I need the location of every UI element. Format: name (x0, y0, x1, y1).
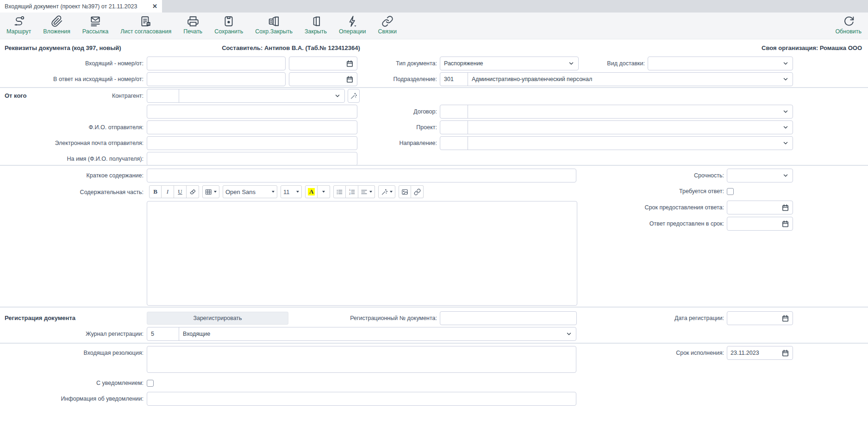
department-select[interactable]: Административно-управленческий персонал (468, 73, 793, 86)
toolbar-attachments-button[interactable]: Вложения (43, 15, 70, 35)
editor-wand-button[interactable] (378, 185, 395, 198)
caret-down-icon (369, 191, 372, 193)
separator (0, 87, 868, 88)
urgency-select[interactable] (727, 169, 793, 182)
calendar-icon (781, 220, 789, 228)
response-required-checkbox[interactable] (727, 188, 734, 195)
toolbar-links-button[interactable]: Связки (378, 15, 397, 35)
bold-button[interactable]: B (149, 185, 162, 198)
notification-info-input[interactable] (147, 392, 576, 406)
insert-image-button[interactable] (399, 185, 411, 198)
project-select[interactable] (468, 121, 793, 134)
toolbar-mailing-button[interactable]: Рассылка (82, 15, 108, 35)
calendar-icon (781, 314, 789, 322)
execution-due-date-input[interactable]: 23.11.2023 (727, 346, 793, 360)
font-family-select[interactable]: Open Sans (223, 185, 277, 198)
lightning-icon (346, 15, 358, 27)
table-button[interactable] (202, 185, 219, 198)
tab-bar: Входящий документ (проект №397) от 21.11… (0, 0, 868, 13)
contract-select[interactable] (468, 105, 793, 118)
separator (0, 165, 868, 166)
link-icon (414, 189, 421, 195)
response-due-date-input[interactable] (727, 201, 793, 214)
reply-outgoing-number-input[interactable] (147, 72, 286, 86)
department-label: Подразделение: (296, 72, 437, 86)
direction-select[interactable] (468, 137, 793, 150)
separator (0, 307, 868, 308)
incoming-number-label: Входящий - номер/от: (0, 57, 144, 70)
reg-number-input[interactable] (440, 311, 577, 325)
incoming-number-input[interactable] (147, 57, 286, 70)
counterparty-select[interactable] (179, 89, 344, 102)
response-on-time-label: Ответ предоставлен в срок: (585, 217, 724, 231)
italic-button[interactable]: I (162, 185, 174, 198)
align-icon (361, 189, 368, 195)
contract-label: Договор: (296, 105, 437, 119)
counterparty-wand-button[interactable] (348, 89, 360, 103)
delivery-type-select[interactable] (648, 57, 793, 70)
toolbar-refresh-button[interactable]: Обновить (835, 15, 862, 35)
numbered-list-button[interactable]: 12 (346, 185, 358, 198)
bullet-list-icon (336, 189, 343, 195)
counterparty-code-input[interactable] (147, 89, 179, 102)
table-icon (205, 189, 212, 195)
reply-outgoing-label: В ответ на исходящий - номер/от: (0, 72, 144, 86)
chevron-down-icon (566, 331, 572, 337)
toolbar-operations-button[interactable]: Операции (339, 15, 366, 35)
direction-code-input[interactable] (440, 137, 468, 150)
reg-date-input[interactable] (727, 311, 793, 325)
summary-input[interactable] (147, 169, 576, 182)
with-notification-label: С уведомлением: (0, 376, 144, 390)
project-label: Проект: (296, 120, 437, 134)
register-button[interactable]: Зарегистрировать (147, 312, 288, 325)
toolbar-label: Операции (339, 28, 366, 35)
align-button[interactable] (358, 185, 375, 198)
incoming-document-window: Входящий документ (проект №397) от 21.11… (0, 0, 868, 421)
approval-sheet-icon (140, 15, 152, 27)
response-on-time-date-input[interactable] (727, 217, 793, 231)
underline-button[interactable]: U (174, 185, 187, 198)
resolution-textarea[interactable] (147, 346, 576, 373)
toolbar-save-button[interactable]: Сохранить (214, 15, 243, 35)
summary-label: Краткое содержание: (0, 169, 144, 182)
font-size-select[interactable]: 11 (281, 185, 302, 198)
clear-format-button[interactable] (187, 185, 199, 198)
document-tab[interactable]: Входящий документ (проект №397) от 21.11… (0, 0, 162, 13)
tab-close-icon[interactable]: ✕ (152, 3, 157, 10)
door-icon (310, 15, 322, 27)
toolbar-label: Печать (183, 28, 202, 35)
contract-code-input[interactable] (440, 105, 468, 118)
envelope-icon (89, 15, 101, 27)
insert-link-button[interactable] (411, 185, 424, 198)
toolbar-close-button[interactable]: Закрыть (305, 15, 327, 35)
toolbar-save-close-button[interactable]: Сохр.Закрыть (255, 15, 293, 35)
calendar-icon (781, 204, 789, 212)
toolbar-print-button[interactable]: Печать (183, 15, 202, 35)
toolbar-route-button[interactable]: Маршрут (6, 15, 31, 35)
tab-title: Входящий документ (проект №397) от 21.11… (5, 3, 148, 10)
sender-name-label: Ф.И.О. отправителя: (0, 120, 144, 134)
journal-code-input[interactable] (147, 327, 179, 340)
font-color-dropdown-button[interactable] (318, 185, 330, 198)
project-code-input[interactable] (440, 121, 468, 134)
project-field (440, 120, 793, 134)
bullet-list-button[interactable] (333, 185, 346, 198)
journal-field: Входящие (147, 327, 576, 341)
editor-content[interactable] (147, 201, 577, 306)
journal-select[interactable]: Входящие (179, 327, 576, 340)
font-color-button[interactable]: A (305, 185, 318, 198)
printer-icon (187, 15, 199, 27)
toolbar-label: Закрыть (305, 28, 327, 35)
response-due-label: Срок предоставления ответа: (585, 201, 724, 214)
recipient-name-input[interactable] (147, 152, 357, 166)
department-code-input[interactable] (440, 73, 468, 86)
toolbar-approval-sheet-button[interactable]: Лист согласования (120, 15, 171, 35)
department-field: Административно-управленческий персонал (440, 72, 793, 86)
separator (0, 343, 868, 344)
caret-down-icon (390, 191, 393, 193)
calendar-icon (781, 349, 789, 357)
main-toolbar: Маршрут Вложения Рассылка Лист согласова… (0, 13, 868, 39)
notification-checkbox[interactable] (147, 380, 154, 387)
image-icon (401, 189, 408, 195)
reg-number-label: Регистрационный № документа: (296, 311, 437, 325)
